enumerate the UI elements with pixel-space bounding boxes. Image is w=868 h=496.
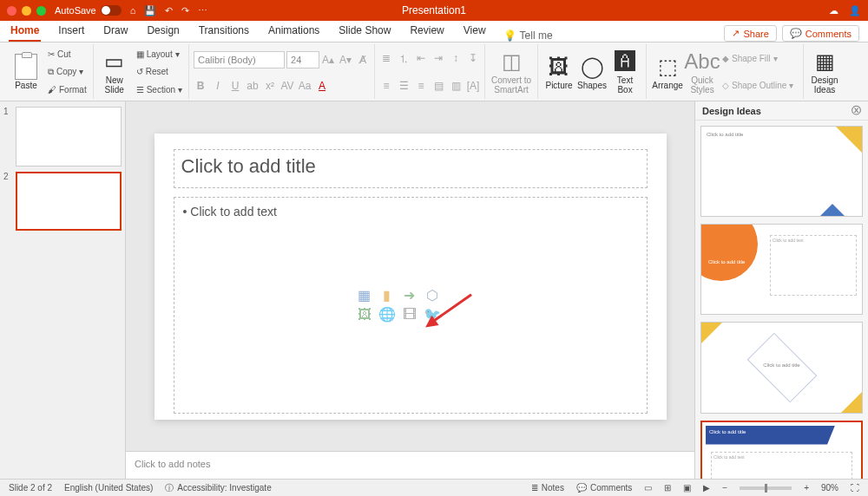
slide-thumbnail-2[interactable]	[16, 172, 122, 232]
section-button[interactable]: ☰Section▾	[135, 82, 184, 98]
slideshow-view-icon[interactable]: ▶	[703, 483, 710, 493]
justify-icon[interactable]: ▤	[431, 80, 445, 92]
design-idea-3[interactable]: Click to add title	[700, 322, 863, 413]
tab-design[interactable]: Design	[145, 21, 181, 42]
insert-3dmodel-icon[interactable]: ⬡	[424, 288, 441, 303]
reading-view-icon[interactable]: ▣	[683, 483, 691, 493]
align-text-icon[interactable]: [A]	[466, 80, 480, 92]
shrink-font-icon[interactable]: A▾	[339, 54, 352, 66]
clear-format-icon[interactable]: A̸	[356, 54, 370, 66]
design-idea-2[interactable]: Click to add title Click to add text	[700, 224, 863, 315]
textbox-button[interactable]: 🅰Text Box	[608, 45, 641, 99]
design-idea-1[interactable]: Click to add title	[700, 126, 863, 217]
fit-to-window-icon[interactable]: ⛶	[851, 483, 859, 493]
text-effects-icon[interactable]: AV	[280, 80, 294, 92]
shape-outline-button[interactable]: ◇Shape Outline▾	[720, 78, 799, 94]
copy-button[interactable]: ⧉Copy▾	[46, 64, 89, 80]
layout-button[interactable]: ▦Layout▾	[135, 46, 184, 62]
font-family-combo[interactable]: Calibri (Body)	[194, 51, 285, 69]
insert-video-icon[interactable]: 🎞	[401, 307, 418, 323]
comments-button[interactable]: 💬Comments	[782, 25, 859, 42]
design-ideas-button[interactable]: ▦Design Ideas	[808, 45, 841, 98]
document-title: Presentation1	[402, 4, 466, 16]
quick-styles-button[interactable]: AbcQuick Styles	[686, 45, 719, 99]
title-placeholder[interactable]: Click to add title	[174, 149, 648, 188]
window-maximize[interactable]	[36, 6, 46, 16]
format-painter-button[interactable]: 🖌Format	[46, 82, 89, 98]
section-icon: ☰	[136, 85, 144, 95]
design-idea-4[interactable]: Click to add title Click to add text	[700, 421, 863, 479]
tab-slideshow[interactable]: Slide Show	[337, 21, 392, 42]
font-color-icon[interactable]: A	[315, 80, 329, 92]
insert-smartart-icon[interactable]: ➜	[401, 288, 418, 303]
redo-icon[interactable]: ↷	[181, 5, 189, 16]
paste-button[interactable]: Paste	[10, 45, 43, 99]
tab-transitions[interactable]: Transitions	[197, 21, 251, 42]
notes-pane[interactable]: Click to add notes	[126, 451, 694, 479]
close-pane-icon[interactable]: ⓧ	[852, 104, 861, 117]
strike-icon[interactable]: ab	[246, 80, 260, 92]
shapes-button[interactable]: ◯Shapes	[575, 45, 608, 99]
sorter-view-icon[interactable]: ⊞	[664, 483, 671, 493]
normal-view-icon[interactable]: ▭	[644, 483, 652, 493]
cut-button[interactable]: ✂Cut	[46, 46, 89, 62]
more-icon[interactable]: ⋯	[198, 5, 207, 16]
underline-icon[interactable]: U	[228, 80, 242, 92]
shape-fill-button[interactable]: ◆Shape Fill▾	[720, 51, 799, 67]
italic-icon[interactable]: I	[211, 80, 225, 92]
bullets-icon[interactable]: ≣	[379, 52, 393, 67]
tab-insert[interactable]: Insert	[56, 21, 86, 42]
tab-review[interactable]: Review	[408, 21, 445, 42]
window-close[interactable]	[7, 6, 16, 16]
insert-onlinepic-icon[interactable]: 🌐	[378, 307, 396, 323]
new-slide-button[interactable]: ▭ New Slide	[98, 45, 131, 99]
account-icon[interactable]: 👤	[849, 5, 861, 16]
zoom-out-button[interactable]: −	[722, 483, 727, 493]
align-center-icon[interactable]: ☰	[397, 80, 411, 92]
columns-icon[interactable]: ▥	[449, 80, 463, 92]
sync-icon[interactable]: ☁	[829, 5, 838, 16]
indent-inc-icon[interactable]: ⇥	[431, 52, 445, 67]
window-minimize[interactable]	[22, 6, 31, 16]
zoom-level[interactable]: 90%	[821, 483, 838, 493]
status-language[interactable]: English (United States)	[64, 483, 153, 493]
status-comments-button[interactable]: 💬Comments	[576, 483, 632, 493]
zoom-slider[interactable]	[740, 486, 792, 490]
tab-view[interactable]: View	[462, 21, 488, 42]
status-notes-button[interactable]: ≣Notes	[531, 483, 564, 493]
autosave-toggle[interactable]: AutoSave	[55, 5, 122, 16]
arrange-button[interactable]: ⬚Arrange	[651, 45, 684, 99]
tab-draw[interactable]: Draw	[102, 21, 129, 42]
insert-chart-icon[interactable]: ▮	[378, 288, 396, 303]
slide-thumbnail-1[interactable]	[16, 107, 122, 166]
autosave-switch-off[interactable]	[101, 5, 122, 16]
zoom-in-button[interactable]: +	[804, 483, 809, 493]
highlight-icon[interactable]: Aa	[298, 80, 312, 92]
insert-picture-icon[interactable]: 🖼	[356, 307, 373, 323]
status-accessibility[interactable]: ⓘAccessibility: Investigate	[165, 482, 271, 494]
grow-font-icon[interactable]: A▴	[321, 54, 335, 66]
content-placeholder[interactable]: • Click to add text ▦ ▮ ➜ ⬡ 🖼 🌐 🎞 🐦	[174, 197, 648, 414]
indent-dec-icon[interactable]: ⇤	[414, 52, 428, 67]
insert-table-icon[interactable]: ▦	[356, 288, 373, 303]
share-button[interactable]: ↗Share	[724, 25, 776, 42]
home-icon[interactable]: ⌂	[130, 5, 136, 16]
picture-button[interactable]: 🖼Picture	[542, 45, 575, 99]
align-right-icon[interactable]: ≡	[414, 80, 428, 92]
tab-animations[interactable]: Animations	[266, 21, 321, 42]
numbering-icon[interactable]: ⒈	[397, 52, 411, 67]
save-icon[interactable]: 💾	[144, 5, 156, 16]
slide-canvas[interactable]: Click to add title • Click to add text ▦…	[155, 134, 667, 420]
align-left-icon[interactable]: ≡	[379, 80, 393, 92]
subscript-icon[interactable]: x²	[263, 80, 277, 92]
convert-smartart-button[interactable]: ◫ Convert to SmartArt	[490, 45, 533, 98]
font-size-combo[interactable]: 24	[286, 51, 319, 69]
orange-circle-decor	[700, 224, 758, 281]
line-spacing-icon[interactable]: ↕	[449, 52, 463, 67]
reset-button[interactable]: ↺Reset	[135, 64, 184, 80]
tab-home[interactable]: Home	[9, 21, 41, 42]
tell-me[interactable]: 💡 Tell me	[503, 29, 553, 42]
bold-icon[interactable]: B	[194, 80, 207, 92]
undo-icon[interactable]: ↶	[165, 5, 173, 16]
text-direction-icon[interactable]: ↧	[466, 52, 480, 67]
